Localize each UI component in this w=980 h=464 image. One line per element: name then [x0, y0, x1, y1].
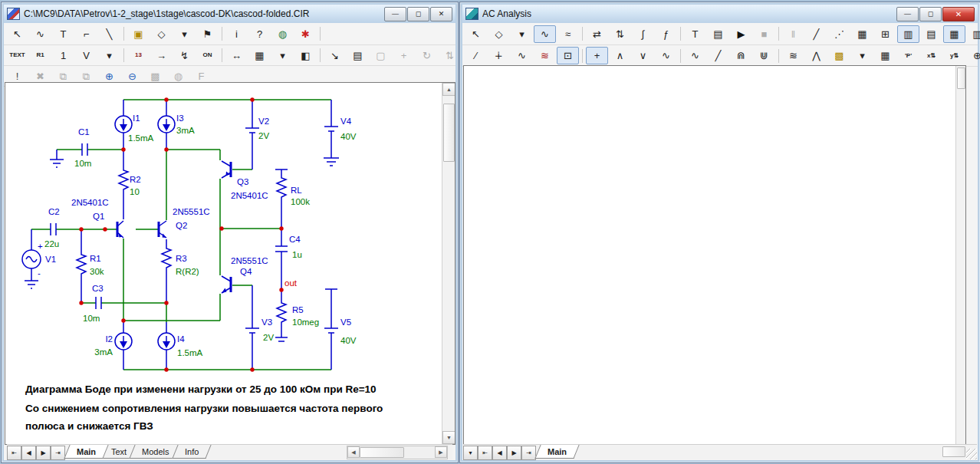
tab-main[interactable]: Main	[534, 445, 579, 459]
resize-grip[interactable]	[966, 449, 977, 459]
split-window-button[interactable]: ◧	[294, 47, 317, 64]
select-pointer-button[interactable]: ↖	[6, 25, 28, 43]
maximize-button[interactable]: ◻	[407, 7, 429, 21]
next-page-button[interactable]: ▶	[36, 446, 51, 460]
info-button[interactable]: i	[225, 25, 248, 43]
zoom-in-button[interactable]: ⊕	[966, 47, 980, 64]
slope-button[interactable]: ╱	[707, 47, 729, 64]
trace-pair-button[interactable]: ≋	[534, 47, 556, 64]
cursor-point-button[interactable]: ∔	[488, 47, 510, 64]
tab-main[interactable]: Main	[64, 445, 108, 459]
multi-wave-button[interactable]: ≋	[782, 47, 804, 64]
panel-columns-button[interactable]: ▥	[966, 25, 980, 43]
token-grid-button[interactable]: ⊞	[874, 25, 896, 43]
first-page-button[interactable]: ⇤	[7, 446, 21, 460]
panel-vertical-button[interactable]: ▥	[897, 25, 919, 43]
flip-vertical-button[interactable]: ⇅	[439, 47, 461, 64]
envelope-button[interactable]: ⋀	[805, 47, 827, 64]
shapes-button[interactable]: ◇	[488, 25, 510, 43]
x-scale-button[interactable]: x⇅	[920, 47, 942, 64]
current-arrow-button[interactable]: →	[150, 47, 173, 64]
rotate-button[interactable]: ↻	[416, 47, 438, 64]
scroll-right-icon[interactable]: ▶	[435, 446, 447, 458]
numeric-output-button[interactable]: ▦	[874, 47, 896, 64]
select-box-button[interactable]: ▢	[370, 47, 392, 64]
move-button[interactable]: +	[393, 47, 415, 64]
flag-button[interactable]: ⚑	[196, 25, 219, 43]
data-points-button[interactable]: ▦	[851, 25, 873, 43]
close-button[interactable]: ✕	[430, 7, 452, 21]
node-voltages-button[interactable]: V	[75, 47, 97, 64]
plot-vertical-scrollbar[interactable]	[955, 66, 965, 444]
power-button[interactable]: ↯	[173, 47, 196, 64]
dropdown-button[interactable]: ▾	[851, 47, 873, 64]
next-page-button[interactable]: ▶	[507, 446, 521, 460]
analysis-titlebar[interactable]: AC Analysis — ◻ ✕	[462, 5, 978, 23]
properties-button[interactable]: ▤	[707, 25, 729, 43]
color-box-button[interactable]: ▩	[828, 47, 850, 64]
pause-button[interactable]: ‖	[782, 25, 804, 43]
last-page-button[interactable]: ⇥	[51, 446, 65, 460]
cursor-wave-button[interactable]: ∿	[511, 47, 533, 64]
condition-on-button[interactable]: ON	[196, 47, 219, 64]
function-button[interactable]: ƒ	[655, 25, 677, 43]
minimize-button[interactable]: —	[384, 7, 406, 21]
valley-button[interactable]: ∨	[632, 47, 654, 64]
vertical-scrollbar[interactable]: ▲ ▼	[442, 83, 455, 444]
cursor-box-button[interactable]: ⊡	[557, 47, 579, 64]
ortho-wire-button[interactable]: ⌐	[75, 25, 97, 43]
scroll-left-icon[interactable]: ◀	[347, 446, 360, 458]
component-help-button[interactable]: ✱	[294, 25, 317, 43]
shapes-button[interactable]: ◇	[150, 25, 173, 43]
plot-area[interactable]	[463, 65, 966, 445]
probe-cursor-button[interactable]: ↘	[324, 47, 346, 64]
prev-page-button[interactable]: ◀	[21, 446, 36, 460]
select-curve-button[interactable]: ∿	[534, 25, 556, 43]
minimize-button[interactable]: —	[896, 7, 919, 21]
polyline-button[interactable]: ⋰	[828, 25, 850, 43]
stop-button[interactable]: ■	[753, 25, 775, 43]
horizontal-scrollbar[interactable]: ◀ ▶	[347, 446, 448, 459]
y-scale-button[interactable]: y⇅	[943, 47, 965, 64]
schematic-titlebar[interactable]: C:\MC9\DATA\Petrov\1-2_stage\1stage\casc…	[4, 5, 455, 23]
prev-page-button[interactable]: ◀	[492, 446, 507, 460]
scrollbar-thumb[interactable]	[957, 67, 965, 89]
page-list-button[interactable]: ▾	[463, 446, 478, 460]
probe-button[interactable]: ∫	[632, 25, 654, 43]
measure-button[interactable]: ↔	[225, 47, 248, 64]
peak-button[interactable]: ∧	[609, 47, 631, 64]
line-button[interactable]: ╱	[805, 25, 827, 43]
first-page-button[interactable]: ⇤	[478, 446, 492, 460]
web-button[interactable]: ◍	[271, 25, 294, 43]
wave-rise-button[interactable]: ∿	[655, 47, 677, 64]
scroll-up-icon[interactable]: ▲	[442, 83, 455, 96]
wave-fall-button[interactable]: ∿	[684, 47, 706, 64]
panel-grid-button[interactable]: ▦	[943, 25, 965, 43]
dropdown-button[interactable]: ▾	[173, 25, 196, 43]
dropdown-button[interactable]: ▾	[98, 47, 120, 64]
hscrollbar-thumb[interactable]	[360, 447, 404, 458]
attribute-r1-button[interactable]: R1	[29, 47, 51, 64]
wire-mode-button[interactable]: ∿	[29, 25, 51, 43]
pin-numbers-button[interactable]: 13	[127, 47, 150, 64]
dropdown-button[interactable]: ▾	[271, 47, 294, 64]
dropdown-button[interactable]: ▾	[511, 25, 533, 43]
scale-mode-button[interactable]: ≈	[557, 25, 579, 43]
scale-limits-button[interactable]: ⇅	[609, 25, 631, 43]
global-high-button[interactable]: ⋒	[730, 47, 752, 64]
line-button[interactable]: ╲	[98, 25, 120, 43]
cursor-slope-button[interactable]: ∕	[465, 47, 487, 64]
scroll-down-icon[interactable]: ▼	[442, 431, 455, 444]
close-button[interactable]: ✕	[942, 7, 975, 21]
tab-info[interactable]: Info	[172, 445, 212, 459]
text-mode-button[interactable]: T	[52, 25, 74, 43]
pan-mode-button[interactable]: ⇄	[586, 25, 608, 43]
schematic-canvas[interactable]: I11.5mAI33mAC110mR2102N5401CQ12N5551CQ2C…	[5, 82, 455, 445]
cursor-move-button[interactable]: +	[586, 47, 608, 64]
help-pointer-button[interactable]: ?	[248, 25, 271, 43]
component-button[interactable]: ▣	[127, 25, 150, 43]
properties-button[interactable]: ▤	[347, 47, 369, 64]
text-mode-button[interactable]: T	[684, 25, 706, 43]
hscrollbar-thumb[interactable]	[942, 446, 965, 457]
select-pointer-button[interactable]: ↖	[465, 25, 487, 43]
